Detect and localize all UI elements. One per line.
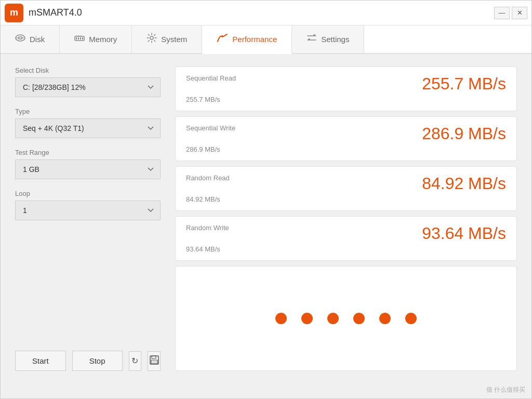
refresh-button[interactable]: ↻ xyxy=(129,351,142,371)
metric-value-large-1: 286.9 MB/s xyxy=(422,124,506,143)
svg-rect-7 xyxy=(82,37,83,39)
tab-memory-label: Memory xyxy=(89,35,117,44)
dot-1 xyxy=(301,313,313,324)
metric-value-small-0: 255.7 MB/s xyxy=(186,96,506,103)
svg-rect-5 xyxy=(78,37,79,39)
dots-card xyxy=(175,266,517,371)
tab-settings[interactable]: Settings xyxy=(292,25,364,53)
metric-card-2: Random Read 84.92 MB/s 84.92 MB/s xyxy=(175,166,517,211)
metric-card-3: Random Write 93.64 MB/s 93.64 MB/s xyxy=(175,216,517,261)
metric-top-3: Random Write 93.64 MB/s xyxy=(186,224,506,243)
select-disk-group: Select Disk C: [28/238GB] 12% xyxy=(15,66,161,97)
test-range-label: Test Range xyxy=(15,149,161,156)
tab-performance-label: Performance xyxy=(232,35,277,44)
save-icon xyxy=(150,355,159,367)
type-label: Type xyxy=(15,108,161,115)
svg-point-12 xyxy=(221,35,223,37)
tab-disk-label: Disk xyxy=(30,35,45,44)
loop-group: Loop 1 xyxy=(15,190,161,220)
dot-2 xyxy=(327,313,339,324)
metric-top-2: Random Read 84.92 MB/s xyxy=(186,174,506,193)
svg-rect-4 xyxy=(76,37,77,39)
tab-system-label: System xyxy=(161,35,187,44)
tab-settings-label: Settings xyxy=(321,35,349,44)
metric-value-large-3: 93.64 MB/s xyxy=(422,224,506,243)
tab-bar: Disk Memory xyxy=(1,25,531,54)
metric-card-0: Sequential Read 255.7 MB/s 255.7 MB/s xyxy=(175,66,517,111)
metric-value-small-1: 286.9 MB/s xyxy=(186,145,506,153)
buttons-row: Start Stop ↻ xyxy=(15,351,161,371)
test-range-group: Test Range 1 GB xyxy=(15,149,161,179)
close-button[interactable]: ✕ xyxy=(512,7,527,19)
disk-icon xyxy=(15,33,25,46)
dot-0 xyxy=(275,313,287,324)
loop-dropdown[interactable]: 1 xyxy=(15,201,161,220)
system-icon xyxy=(147,33,157,46)
dot-4 xyxy=(379,313,391,324)
app-logo: m xyxy=(5,4,23,22)
save-button[interactable] xyxy=(148,351,161,371)
svg-rect-6 xyxy=(80,37,81,39)
title-bar: m mSMART4.0 — ✕ xyxy=(1,1,531,25)
main-content: Select Disk C: [28/238GB] 12% Type Seq +… xyxy=(1,54,531,383)
performance-icon xyxy=(217,33,228,45)
start-button[interactable]: Start xyxy=(15,351,66,371)
left-panel: Select Disk C: [28/238GB] 12% Type Seq +… xyxy=(15,66,161,371)
minimize-button[interactable]: — xyxy=(494,7,510,19)
test-range-dropdown[interactable]: 1 GB xyxy=(15,159,161,179)
select-disk-dropdown[interactable]: C: [28/238GB] 12% xyxy=(15,77,161,97)
loop-label: Loop xyxy=(15,190,161,197)
settings-icon xyxy=(307,34,317,45)
type-group: Type Seq + 4K (Q32 T1) xyxy=(15,108,161,138)
metric-value-large-0: 255.7 MB/s xyxy=(422,74,506,94)
metric-label-2: Random Read xyxy=(186,174,230,182)
dot-3 xyxy=(353,313,365,324)
svg-point-11 xyxy=(150,36,153,39)
metric-card-1: Sequential Write 286.9 MB/s 286.9 MB/s xyxy=(175,116,517,161)
tab-performance[interactable]: Performance xyxy=(202,25,292,54)
type-dropdown[interactable]: Seq + 4K (Q32 T1) xyxy=(15,118,161,138)
tab-disk[interactable]: Disk xyxy=(1,25,60,53)
tab-system[interactable]: System xyxy=(132,25,202,53)
metric-value-small-2: 84.92 MB/s xyxy=(186,195,506,203)
app-title: mSMART4.0 xyxy=(29,7,82,18)
metric-label-3: Random Write xyxy=(186,224,229,232)
metric-value-small-3: 93.64 MB/s xyxy=(186,245,506,253)
title-controls: — ✕ xyxy=(494,7,527,19)
tab-memory[interactable]: Memory xyxy=(60,25,132,53)
stop-button[interactable]: Stop xyxy=(72,351,123,371)
main-window: m mSMART4.0 — ✕ Disk xyxy=(0,0,532,399)
select-disk-label: Select Disk xyxy=(15,66,161,74)
svg-rect-16 xyxy=(152,361,156,363)
title-left: m mSMART4.0 xyxy=(5,4,82,22)
right-panel: Sequential Read 255.7 MB/s 255.7 MB/s Se… xyxy=(175,66,517,371)
dot-5 xyxy=(405,313,417,324)
refresh-icon: ↻ xyxy=(131,356,138,366)
watermark: 值 什么值得买 xyxy=(1,383,531,398)
metric-value-large-2: 84.92 MB/s xyxy=(422,174,506,193)
metric-top-1: Sequential Write 286.9 MB/s xyxy=(186,124,506,143)
metric-top-0: Sequential Read 255.7 MB/s xyxy=(186,74,506,94)
metric-label-0: Sequential Read xyxy=(186,74,236,82)
memory-icon xyxy=(74,34,85,45)
metric-label-1: Sequential Write xyxy=(186,124,235,132)
